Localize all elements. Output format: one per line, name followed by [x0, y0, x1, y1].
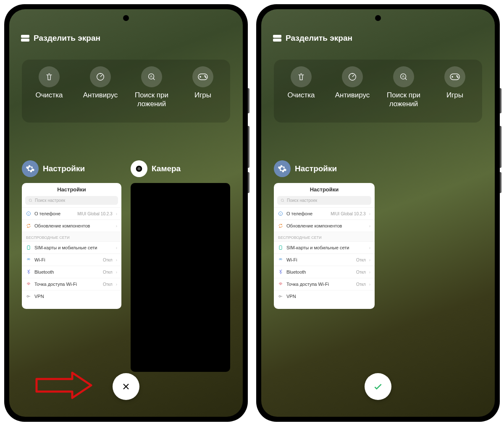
tool-games[interactable]: Игры [177, 66, 228, 99]
chevron-right-icon: › [116, 258, 117, 262]
svg-point-17 [457, 76, 457, 76]
split-screen-label: Разделить экран [286, 34, 352, 43]
settings-row-sim: SIM-карты и мобильные сети › [22, 241, 121, 254]
close-all-button[interactable] [113, 373, 139, 400]
recent-apps-area: Настройки Настройки Поиск настроек О тел… [22, 160, 230, 372]
chevron-right-icon: › [116, 282, 117, 287]
tool-label: Очистка [35, 91, 63, 99]
tool-label: Игры [194, 91, 211, 99]
bluetooth-icon [278, 269, 283, 274]
recent-card-title: Камера [152, 164, 181, 173]
tool-label: Игры [446, 91, 463, 99]
chevron-right-icon: › [369, 282, 370, 287]
chevron-right-icon: › [116, 270, 117, 274]
tool-appsearch[interactable]: A Поиск при ложений [378, 66, 429, 109]
settings-row-wifi: Wi-Fi Откл › [22, 254, 121, 266]
recent-card-header: Камера [131, 160, 230, 177]
info-icon [278, 211, 283, 216]
recent-card-settings[interactable]: Настройки Настройки Поиск настроек О тел… [274, 160, 375, 309]
svg-rect-21 [279, 246, 282, 250]
shield-scan-icon [90, 66, 111, 87]
wifi-icon [26, 257, 31, 262]
gamepad-icon [192, 66, 213, 87]
chevron-right-icon: › [369, 224, 370, 228]
chevron-right-icon: › [369, 246, 370, 250]
split-screen-icon [21, 35, 29, 42]
vpn-icon [26, 294, 31, 299]
tool-clean[interactable]: Очистка [24, 66, 75, 99]
vpn-icon [278, 294, 283, 299]
side-button [248, 172, 249, 193]
settings-row-hotspot: Точка доступа Wi-Fi Откл › [22, 278, 121, 290]
svg-point-5 [205, 77, 206, 78]
recent-card-title: Настройки [43, 164, 85, 173]
side-button [500, 88, 501, 113]
recent-card-camera[interactable]: Камера [131, 160, 230, 372]
phone-frame-right: Разделить экран Очистка Антивирус A Поис… [256, 4, 500, 422]
front-camera-notch [123, 15, 129, 21]
chevron-right-icon: › [116, 246, 117, 250]
svg-point-4 [205, 76, 205, 76]
chevron-right-icon: › [116, 212, 117, 216]
side-button [248, 88, 249, 113]
wifi-icon [278, 257, 283, 262]
split-screen-label: Разделить экран [34, 34, 100, 43]
settings-preview: Настройки Поиск настроек О телефоне MIUI… [274, 183, 375, 309]
svg-point-6 [29, 199, 32, 201]
settings-row-bluetooth: Bluetooth Откл › [274, 266, 375, 278]
settings-preview: Настройки Поиск настроек О телефоне MIUI… [22, 183, 121, 309]
settings-row-update: Обновление компонентов › [274, 220, 375, 232]
check-icon [373, 381, 383, 392]
chevron-right-icon: › [116, 224, 117, 228]
tool-clean[interactable]: Очистка [276, 66, 327, 99]
info-icon [26, 211, 31, 216]
tool-label: Антивирус [83, 91, 118, 99]
tool-antivirus[interactable]: Антивирус [75, 66, 126, 99]
screen: Разделить экран Очистка Антивирус A Поис… [261, 9, 495, 417]
settings-section-wireless: БЕСПРОВОДНЫЕ СЕТИ [22, 232, 121, 241]
settings-preview-title: Настройки [274, 183, 375, 196]
close-icon [121, 382, 131, 392]
tool-appsearch[interactable]: A Поиск при ложений [126, 66, 177, 109]
tool-label: Антивирус [335, 91, 370, 99]
svg-text:A: A [402, 75, 404, 78]
shield-scan-icon [342, 66, 363, 87]
sim-icon [26, 245, 31, 250]
gamepad-icon [444, 66, 465, 87]
recent-card-settings[interactable]: Настройки Настройки Поиск настроек О тел… [22, 160, 121, 372]
tool-antivirus[interactable]: Антивирус [327, 66, 378, 99]
search-app-icon: A [393, 66, 414, 87]
svg-point-12 [137, 167, 140, 170]
update-icon [26, 223, 31, 228]
recent-card-header: Настройки [22, 160, 121, 177]
confirm-button[interactable] [365, 373, 391, 400]
tool-games[interactable]: Игры [429, 66, 480, 99]
bluetooth-icon [26, 269, 31, 274]
svg-point-18 [457, 77, 458, 78]
tool-label: Очистка [287, 91, 315, 99]
settings-row-update: Обновление компонентов › [22, 220, 121, 232]
settings-row-vpn: VPN [274, 290, 375, 302]
recent-apps-area: Настройки Настройки Поиск настроек О тел… [274, 160, 482, 309]
sim-icon [278, 245, 283, 250]
svg-text:A: A [150, 75, 152, 78]
trash-icon [39, 66, 60, 87]
side-button [500, 172, 501, 193]
search-icon [29, 199, 33, 203]
svg-point-9 [28, 284, 29, 285]
tool-label: Поиск при ложений [135, 91, 168, 109]
split-screen-icon [273, 35, 281, 42]
annotation-arrow [34, 371, 93, 400]
split-screen-button[interactable]: Разделить экран [21, 34, 100, 43]
screen: Разделить экран Очистка Антивирус A Поис… [9, 9, 243, 417]
update-icon [278, 223, 283, 228]
split-screen-button[interactable]: Разделить экран [273, 34, 352, 43]
search-icon [281, 199, 285, 203]
settings-section-wireless: БЕСПРОВОДНЫЕ СЕТИ [274, 232, 375, 241]
settings-row-about: О телефоне MIUI Global 10.2.3 › [22, 207, 121, 220]
settings-row-about: О телефоне MIUI Global 10.2.3 › [274, 207, 375, 220]
chevron-right-icon: › [369, 258, 370, 262]
tool-label: Поиск при ложений [387, 91, 420, 109]
front-camera-notch [375, 15, 381, 21]
svg-point-23 [279, 295, 281, 297]
